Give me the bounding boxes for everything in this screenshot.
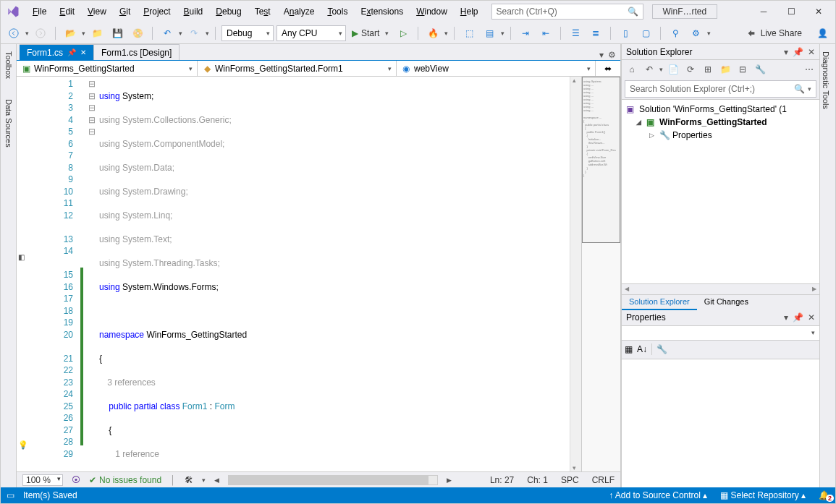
eol-indicator[interactable]: CRLF [592,475,615,485]
new-project-button[interactable]: 📂 [62,25,79,42]
menu-help[interactable]: HelpHelp [455,4,484,20]
se-collapse-icon[interactable]: ⊟ [735,62,750,77]
se-close-icon[interactable]: ✕ [808,47,815,57]
menu-tools[interactable]: ToolsTools [321,4,353,20]
close-tab-icon[interactable]: ✕ [80,48,86,56]
se-dropdown-icon[interactable]: ▾ [784,47,788,57]
tb-icon-5[interactable]: ☰ [567,25,584,42]
lightbulb-icon[interactable]: 💡 [18,440,28,450]
menu-window[interactable]: WindowWindow [410,4,453,20]
tb-icon-3[interactable]: ⇥ [517,25,534,42]
tb-icon-2[interactable]: ▤ [481,25,498,42]
prop-dropdown-icon[interactable]: ▾ [784,312,788,323]
menu-debug[interactable]: DebugDebug [210,4,247,20]
tb-icon-6[interactable]: ≣ [587,25,604,42]
minimize-button[interactable]: ─ [751,3,776,20]
se-props-icon[interactable]: 🔧 [753,62,767,77]
tab-git-changes[interactable]: Git Changes [697,295,756,310]
code-editor[interactable]: ◧ 💡 123456789101112131415161718192021222… [17,77,620,471]
tb-icon-4[interactable]: ⇤ [537,25,554,42]
fold-gutter[interactable]: ⊟ ⊟⊟⊟⊟ [85,77,99,471]
split-button[interactable]: ⬌ [596,61,620,76]
start-nodebug-button[interactable]: ▷ [394,25,412,42]
tb-icon-1[interactable]: ⬚ [460,25,478,42]
open-file-button[interactable]: 📁 [88,25,106,42]
start-debug-button[interactable]: ▶Start▾ [349,28,392,38]
menu-build[interactable]: BuildBuild [178,4,209,20]
platform-dropdown[interactable]: Any CPU [276,25,346,41]
zoom-dropdown[interactable]: 100 % [22,474,63,486]
se-back-icon[interactable]: ↶ [642,62,656,77]
toolbox-tab[interactable]: Toolbox [3,48,14,82]
tab-form1-cs[interactable]: Form1.cs 📌 ✕ [20,44,94,60]
tree-solution[interactable]: ▣Solution 'WinForms_GettingStarted' (1 [623,103,818,116]
se-refresh-icon[interactable]: ⟳ [683,62,698,77]
menu-git[interactable]: GitGit [114,4,136,20]
menu-edit[interactable]: EditEdit [54,4,80,20]
tb-icon-9[interactable]: ⚲ [667,25,684,42]
redo-button[interactable]: ↷ [185,25,203,42]
categorized-icon[interactable]: ▦ [625,344,633,354]
menu-test[interactable]: TestTest [249,4,276,20]
nav-back-button[interactable] [5,25,22,42]
menu-view[interactable]: ViewView [82,4,112,20]
code-content[interactable]: using System; using System.Collections.G… [99,77,570,471]
tree-project[interactable]: ◢▣WinForms_GettingStarted [623,116,818,129]
prop-close-icon[interactable]: ✕ [808,312,815,323]
tb-icon-8[interactable]: ▢ [637,25,654,42]
quick-search-input[interactable]: Search (Ctrl+Q) 🔍 [491,4,643,20]
config-dropdown[interactable]: Debug [221,25,274,41]
solution-tree[interactable]: ▣Solution 'WinForms_GettingStarted' (1 ◢… [622,99,819,284]
col-indicator[interactable]: Ch: 1 [527,475,548,485]
add-source-control-button[interactable]: ↑ Add to Source Control ▴ [609,490,707,500]
save-button[interactable]: 💾 [109,25,126,42]
nav-project-dropdown[interactable]: ▣ WinForms_GettingStarted [17,61,198,76]
prop-pin-icon[interactable]: 📌 [793,312,803,323]
tree-properties[interactable]: ▷🔧Properties [623,129,818,142]
close-button[interactable]: ✕ [806,3,831,20]
code-minimap[interactable]: using System; using ... using ... using … [581,77,620,471]
select-repo-button[interactable]: ▦ Select Repository ▴ [720,490,806,500]
live-share-button[interactable]: Live Share [738,28,811,38]
prop-wrench-icon[interactable]: 🔧 [656,344,667,354]
tab-overflow[interactable]: ▾⚙ [595,50,620,60]
se-sync-icon[interactable]: 📄 [666,62,680,77]
arrow-right-icon[interactable]: ▶ [447,477,452,484]
v-scrollbar[interactable]: ▴ ▾ [570,77,581,471]
diagnostic-tools-tab[interactable]: Diagnostic Tools [820,48,832,112]
maximize-button[interactable]: ☐ [779,3,803,20]
account-icon[interactable]: 👤 [814,25,831,42]
se-hscroll[interactable]: ◀▶ [622,284,819,294]
menu-file[interactable]: FFileile [27,4,52,20]
nav-class-dropdown[interactable]: ◆ WinForms_GettingStarted.Form1 [198,61,397,76]
spc-indicator[interactable]: SPC [561,475,579,485]
se-more-icon[interactable]: ⋯ [802,62,816,77]
se-pin-icon[interactable]: 📌 [793,47,803,57]
se-filter-icon[interactable]: ⊞ [701,62,715,77]
tab-solution-explorer[interactable]: Solution Explorer [622,295,697,310]
solution-name-label[interactable]: WinF…rted [652,4,718,19]
arrow-left-icon[interactable]: ◀ [214,477,219,484]
h-scrollbar[interactable] [228,475,438,485]
menu-project[interactable]: ProjectProject [138,4,176,20]
undo-button[interactable]: ↶ [159,25,176,42]
tb-icon-7[interactable]: ▯ [617,25,634,42]
datasources-tab[interactable]: Data Sources [3,96,14,150]
alphabetical-icon[interactable]: A↓ [637,344,647,354]
issues-indicator[interactable]: ✔No issues found [89,475,161,485]
nav-member-dropdown[interactable]: ◉ webView [397,61,596,76]
pin-icon[interactable]: 📌 [67,48,76,56]
health-icon[interactable]: ⦿ [72,475,80,485]
menu-extensions[interactable]: ExtensionsExtensions [355,4,409,20]
menu-analyze[interactable]: AnalyzeAnalyze [278,4,321,20]
tab-form1-design[interactable]: Form1.cs [Design] [94,44,180,60]
prop-object-dropdown[interactable]: ▾ [622,326,819,341]
tb-icon-10[interactable]: ⚙ [687,25,704,42]
line-indicator[interactable]: Ln: 27 [490,475,514,485]
breakpoint-margin-icon[interactable]: ◧ [18,253,25,261]
hot-reload-button[interactable]: 🔥 [424,25,442,42]
notifications-button[interactable]: 🔔2 [819,490,829,500]
se-search-input[interactable]: Search Solution Explorer (Ctrl+;) 🔍▾ [625,80,816,98]
save-all-button[interactable]: 📀 [129,25,146,42]
se-home-icon[interactable]: ⌂ [625,62,639,77]
